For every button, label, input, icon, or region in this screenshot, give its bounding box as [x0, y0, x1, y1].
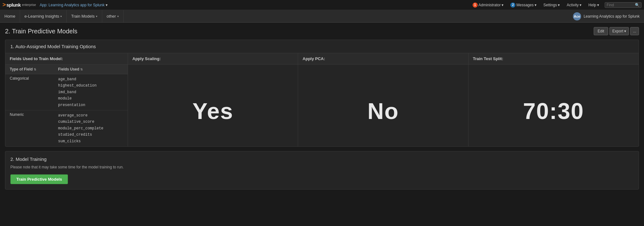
nav-right: Ace Learning Analytics app for Splunk — [573, 10, 644, 22]
scaling-value-cell: Yes — [128, 65, 298, 158]
find-input[interactable] — [607, 3, 635, 7]
split-value: 70:30 — [523, 98, 584, 124]
pca-value: No — [368, 98, 399, 124]
activity-button[interactable]: Activity ▾ — [565, 2, 583, 8]
splunk-logo-icon: > — [3, 2, 6, 8]
settings-button[interactable]: Settings ▾ — [542, 2, 561, 8]
nav-other[interactable]: other ▾ — [102, 10, 124, 22]
search-icon: 🔍 — [635, 3, 640, 7]
fields-table: Type of Field ⇅ Fields Used ⇅ Categorica — [5, 65, 128, 146]
help-button[interactable]: Help ▾ — [587, 2, 600, 8]
top-bar-left: > splunk enterprise App: Learning Analyt… — [3, 2, 108, 8]
chevron-down-icon: ▾ — [624, 29, 626, 33]
table-row: Numericaverage_scorecumulative_scoremodu… — [5, 110, 128, 146]
split-header: Train Test Split: — [469, 53, 639, 65]
nav-bar: Home e-Learning Insights ▾ Train Models … — [0, 10, 644, 23]
top-bar: > splunk enterprise App: Learning Analyt… — [0, 0, 644, 10]
find-input-wrap: 🔍 — [605, 2, 641, 8]
scaling-cell: Apply Scaling: Yes — [128, 53, 298, 146]
fields-header: Fields Used to Train Model: — [5, 53, 128, 65]
list-item: age_band — [58, 76, 123, 82]
avatar: Ace — [573, 12, 581, 20]
list-item: presentation — [58, 102, 123, 108]
alert-badge: 1 — [473, 3, 478, 8]
chevron-down-icon: ▾ — [60, 15, 62, 18]
edit-button[interactable]: Edit — [594, 27, 608, 35]
splunk-logo-text: splunk — [7, 2, 21, 8]
list-item: imd_band — [58, 89, 123, 95]
export-button[interactable]: Export ▾ — [609, 27, 629, 35]
list-item: studied_credits — [58, 132, 123, 138]
field-type: Numeric — [5, 110, 54, 146]
section1-panel: 1. Auto-Assigned Model Training Options … — [5, 40, 639, 147]
pca-header: Apply PCA: — [298, 53, 468, 65]
splunk-enterprise-label: enterprise — [22, 3, 36, 7]
pca-cell: Apply PCA: No — [298, 53, 468, 146]
sort-icon: ⇅ — [34, 68, 36, 71]
col2-header: Fields Used ⇅ — [54, 65, 128, 74]
nav-left: Home e-Learning Insights ▾ Train Models … — [0, 10, 124, 22]
admin-button[interactable]: 1 Administrator ▾ — [471, 2, 505, 8]
split-value-cell: 70:30 — [469, 65, 639, 158]
col1-header: Type of Field ⇅ — [5, 65, 54, 74]
train-button[interactable]: Train Predictive Models — [10, 174, 68, 184]
fields-cell: Fields Used to Train Model: Type of Fiel… — [5, 53, 128, 146]
field-type: Categorical — [5, 74, 54, 110]
top-bar-right: 1 Administrator ▾ 2 Messages ▾ Settings … — [471, 2, 641, 8]
more-button[interactable]: ... — [630, 27, 639, 35]
page-header: 2. Train Predictive Models Edit Export ▾… — [5, 27, 639, 35]
scaling-header: Apply Scaling: — [128, 53, 298, 65]
page-content: 2. Train Predictive Models Edit Export ▾… — [0, 23, 644, 198]
nav-train-models[interactable]: Train Models ▾ — [67, 10, 102, 22]
list-item: module — [58, 95, 123, 102]
app-label: App: Learning Analytics app for Splunk ▾ — [40, 3, 107, 7]
split-cell: Train Test Split: 70:30 — [469, 53, 639, 146]
messages-button[interactable]: 2 Messages ▾ — [509, 2, 538, 8]
header-buttons: Edit Export ▾ ... — [594, 27, 639, 35]
page-title: 2. Train Predictive Models — [5, 28, 77, 35]
list-item: cumulative_score — [58, 119, 123, 125]
table-row: Categoricalage_bandhighest_educationimd_… — [5, 74, 128, 110]
chevron-down-icon: ▾ — [117, 15, 119, 18]
scaling-value: Yes — [192, 98, 233, 124]
sort-icon: ⇅ — [80, 68, 83, 71]
app-name-display: Ace Learning Analytics app for Splunk — [573, 12, 640, 20]
field-list-cell: age_bandhighest_educationimd_bandmodulep… — [54, 74, 128, 110]
chevron-down-icon: ▾ — [96, 15, 97, 18]
list-item: sum_clicks — [58, 138, 123, 144]
section1-title: 1. Auto-Assigned Model Training Options — [5, 40, 639, 53]
pca-value-cell: No — [298, 65, 468, 158]
section2-note: Please note that it may take some time f… — [10, 165, 634, 169]
section1-body: Fields Used to Train Model: Type of Fiel… — [5, 53, 639, 146]
options-grid: Fields Used to Train Model: Type of Fiel… — [5, 53, 639, 146]
splunk-logo[interactable]: > splunk enterprise — [3, 2, 36, 8]
nav-home[interactable]: Home — [0, 10, 20, 22]
messages-badge: 2 — [510, 3, 515, 8]
list-item: average_score — [58, 112, 123, 119]
field-list-cell: average_scorecumulative_scoremodule_perc… — [54, 110, 128, 146]
app-name-text: Learning Analytics app for Splunk — [584, 14, 640, 19]
list-item: highest_education — [58, 82, 123, 89]
nav-elearning[interactable]: e-Learning Insights ▾ — [20, 10, 67, 22]
list-item: module_perc_complete — [58, 125, 123, 132]
